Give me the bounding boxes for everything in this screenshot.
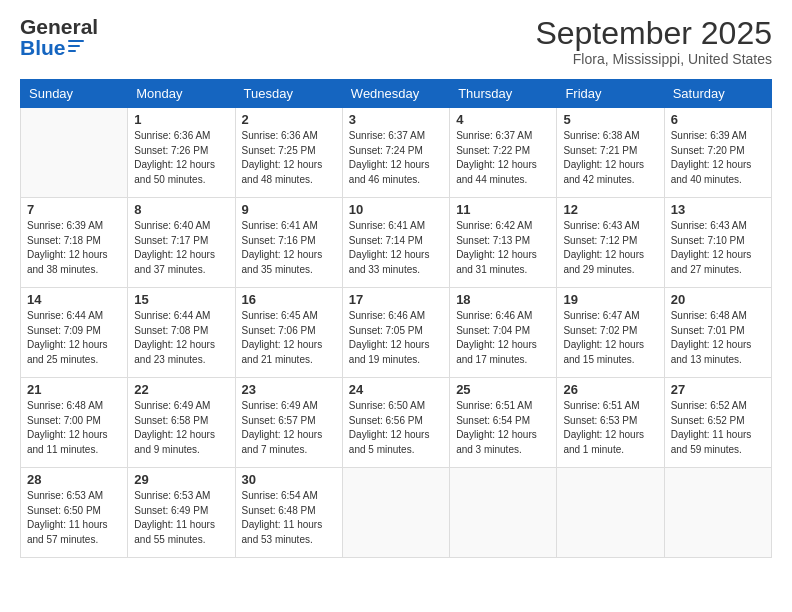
logo-line-3	[68, 50, 76, 52]
day-info: Sunrise: 6:42 AM Sunset: 7:13 PM Dayligh…	[456, 219, 550, 277]
table-row	[342, 468, 449, 558]
day-number: 27	[671, 382, 765, 397]
subtitle: Flora, Mississippi, United States	[535, 51, 772, 67]
table-row: 1Sunrise: 6:36 AM Sunset: 7:26 PM Daylig…	[128, 108, 235, 198]
table-row: 14Sunrise: 6:44 AM Sunset: 7:09 PM Dayli…	[21, 288, 128, 378]
day-info: Sunrise: 6:40 AM Sunset: 7:17 PM Dayligh…	[134, 219, 228, 277]
day-info: Sunrise: 6:41 AM Sunset: 7:16 PM Dayligh…	[242, 219, 336, 277]
day-number: 14	[27, 292, 121, 307]
table-row: 26Sunrise: 6:51 AM Sunset: 6:53 PM Dayli…	[557, 378, 664, 468]
day-number: 8	[134, 202, 228, 217]
calendar-week-row: 14Sunrise: 6:44 AM Sunset: 7:09 PM Dayli…	[21, 288, 772, 378]
day-number: 3	[349, 112, 443, 127]
day-number: 26	[563, 382, 657, 397]
day-info: Sunrise: 6:51 AM Sunset: 6:54 PM Dayligh…	[456, 399, 550, 457]
main-title: September 2025	[535, 16, 772, 51]
table-row: 27Sunrise: 6:52 AM Sunset: 6:52 PM Dayli…	[664, 378, 771, 468]
day-info: Sunrise: 6:45 AM Sunset: 7:06 PM Dayligh…	[242, 309, 336, 367]
table-row: 25Sunrise: 6:51 AM Sunset: 6:54 PM Dayli…	[450, 378, 557, 468]
day-number: 22	[134, 382, 228, 397]
table-row	[450, 468, 557, 558]
col-monday: Monday	[128, 80, 235, 108]
day-number: 23	[242, 382, 336, 397]
day-info: Sunrise: 6:37 AM Sunset: 7:24 PM Dayligh…	[349, 129, 443, 187]
table-row	[557, 468, 664, 558]
table-row: 2Sunrise: 6:36 AM Sunset: 7:25 PM Daylig…	[235, 108, 342, 198]
day-info: Sunrise: 6:50 AM Sunset: 6:56 PM Dayligh…	[349, 399, 443, 457]
day-info: Sunrise: 6:49 AM Sunset: 6:57 PM Dayligh…	[242, 399, 336, 457]
day-info: Sunrise: 6:49 AM Sunset: 6:58 PM Dayligh…	[134, 399, 228, 457]
logo-line-2	[68, 45, 80, 47]
calendar-week-row: 28Sunrise: 6:53 AM Sunset: 6:50 PM Dayli…	[21, 468, 772, 558]
day-number: 25	[456, 382, 550, 397]
table-row: 4Sunrise: 6:37 AM Sunset: 7:22 PM Daylig…	[450, 108, 557, 198]
day-info: Sunrise: 6:44 AM Sunset: 7:08 PM Dayligh…	[134, 309, 228, 367]
table-row: 17Sunrise: 6:46 AM Sunset: 7:05 PM Dayli…	[342, 288, 449, 378]
calendar: Sunday Monday Tuesday Wednesday Thursday…	[20, 79, 772, 558]
col-saturday: Saturday	[664, 80, 771, 108]
table-row: 30Sunrise: 6:54 AM Sunset: 6:48 PM Dayli…	[235, 468, 342, 558]
table-row: 3Sunrise: 6:37 AM Sunset: 7:24 PM Daylig…	[342, 108, 449, 198]
table-row: 6Sunrise: 6:39 AM Sunset: 7:20 PM Daylig…	[664, 108, 771, 198]
table-row: 5Sunrise: 6:38 AM Sunset: 7:21 PM Daylig…	[557, 108, 664, 198]
day-number: 1	[134, 112, 228, 127]
day-number: 11	[456, 202, 550, 217]
day-number: 16	[242, 292, 336, 307]
day-number: 30	[242, 472, 336, 487]
day-info: Sunrise: 6:36 AM Sunset: 7:25 PM Dayligh…	[242, 129, 336, 187]
day-number: 17	[349, 292, 443, 307]
calendar-week-row: 1Sunrise: 6:36 AM Sunset: 7:26 PM Daylig…	[21, 108, 772, 198]
day-number: 9	[242, 202, 336, 217]
table-row: 22Sunrise: 6:49 AM Sunset: 6:58 PM Dayli…	[128, 378, 235, 468]
day-number: 5	[563, 112, 657, 127]
day-number: 18	[456, 292, 550, 307]
page: General Blue September 2025 Flora, Missi…	[0, 0, 792, 612]
day-info: Sunrise: 6:52 AM Sunset: 6:52 PM Dayligh…	[671, 399, 765, 457]
calendar-week-row: 21Sunrise: 6:48 AM Sunset: 7:00 PM Dayli…	[21, 378, 772, 468]
table-row: 11Sunrise: 6:42 AM Sunset: 7:13 PM Dayli…	[450, 198, 557, 288]
day-info: Sunrise: 6:47 AM Sunset: 7:02 PM Dayligh…	[563, 309, 657, 367]
day-info: Sunrise: 6:43 AM Sunset: 7:10 PM Dayligh…	[671, 219, 765, 277]
table-row: 21Sunrise: 6:48 AM Sunset: 7:00 PM Dayli…	[21, 378, 128, 468]
table-row	[21, 108, 128, 198]
table-row: 18Sunrise: 6:46 AM Sunset: 7:04 PM Dayli…	[450, 288, 557, 378]
table-row	[664, 468, 771, 558]
day-info: Sunrise: 6:36 AM Sunset: 7:26 PM Dayligh…	[134, 129, 228, 187]
day-number: 2	[242, 112, 336, 127]
header: General Blue September 2025 Flora, Missi…	[20, 16, 772, 67]
day-info: Sunrise: 6:39 AM Sunset: 7:18 PM Dayligh…	[27, 219, 121, 277]
col-wednesday: Wednesday	[342, 80, 449, 108]
table-row: 9Sunrise: 6:41 AM Sunset: 7:16 PM Daylig…	[235, 198, 342, 288]
day-number: 12	[563, 202, 657, 217]
logo-blue: Blue	[20, 37, 66, 58]
calendar-header-row: Sunday Monday Tuesday Wednesday Thursday…	[21, 80, 772, 108]
day-info: Sunrise: 6:46 AM Sunset: 7:04 PM Dayligh…	[456, 309, 550, 367]
logo-line-1	[68, 40, 84, 42]
day-info: Sunrise: 6:51 AM Sunset: 6:53 PM Dayligh…	[563, 399, 657, 457]
day-number: 24	[349, 382, 443, 397]
col-thursday: Thursday	[450, 80, 557, 108]
table-row: 20Sunrise: 6:48 AM Sunset: 7:01 PM Dayli…	[664, 288, 771, 378]
day-number: 6	[671, 112, 765, 127]
day-info: Sunrise: 6:44 AM Sunset: 7:09 PM Dayligh…	[27, 309, 121, 367]
day-info: Sunrise: 6:41 AM Sunset: 7:14 PM Dayligh…	[349, 219, 443, 277]
day-number: 10	[349, 202, 443, 217]
logo: General Blue	[20, 16, 98, 58]
day-number: 7	[27, 202, 121, 217]
day-number: 29	[134, 472, 228, 487]
day-number: 4	[456, 112, 550, 127]
day-number: 28	[27, 472, 121, 487]
day-info: Sunrise: 6:43 AM Sunset: 7:12 PM Dayligh…	[563, 219, 657, 277]
day-number: 13	[671, 202, 765, 217]
table-row: 15Sunrise: 6:44 AM Sunset: 7:08 PM Dayli…	[128, 288, 235, 378]
col-tuesday: Tuesday	[235, 80, 342, 108]
title-section: September 2025 Flora, Mississippi, Unite…	[535, 16, 772, 67]
day-info: Sunrise: 6:37 AM Sunset: 7:22 PM Dayligh…	[456, 129, 550, 187]
day-number: 20	[671, 292, 765, 307]
day-info: Sunrise: 6:39 AM Sunset: 7:20 PM Dayligh…	[671, 129, 765, 187]
table-row: 7Sunrise: 6:39 AM Sunset: 7:18 PM Daylig…	[21, 198, 128, 288]
table-row: 19Sunrise: 6:47 AM Sunset: 7:02 PM Dayli…	[557, 288, 664, 378]
col-friday: Friday	[557, 80, 664, 108]
day-info: Sunrise: 6:38 AM Sunset: 7:21 PM Dayligh…	[563, 129, 657, 187]
calendar-week-row: 7Sunrise: 6:39 AM Sunset: 7:18 PM Daylig…	[21, 198, 772, 288]
